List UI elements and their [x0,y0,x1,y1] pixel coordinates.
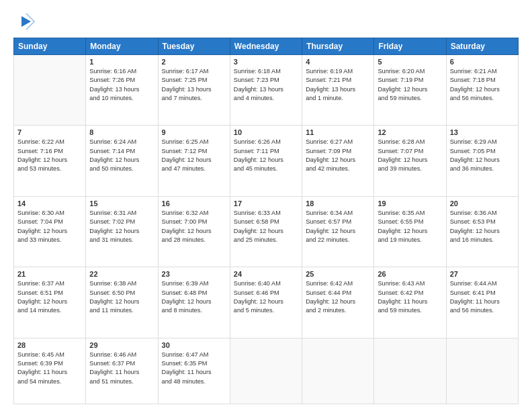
calendar-cell: 20Sunrise: 6:36 AMSunset: 6:53 PMDayligh… [446,196,518,267]
day-info: Sunrise: 6:22 AMSunset: 7:16 PMDaylight:… [17,138,82,173]
day-number: 26 [378,270,442,278]
day-info: Sunrise: 6:26 AMSunset: 7:11 PMDaylight:… [234,138,298,173]
day-info: Sunrise: 6:25 AMSunset: 7:12 PMDaylight:… [162,138,226,173]
day-number: 14 [17,199,82,208]
day-number: 12 [378,128,442,136]
header-cell-monday: Monday [86,38,158,55]
day-info: Sunrise: 6:21 AMSunset: 7:18 PMDaylight:… [450,67,515,103]
day-info: Sunrise: 6:31 AMSunset: 7:02 PMDaylight:… [89,209,154,244]
day-number: 16 [162,199,226,208]
day-info: Sunrise: 6:30 AMSunset: 7:04 PMDaylight:… [17,209,82,244]
day-info: Sunrise: 6:34 AMSunset: 6:57 PMDaylight:… [306,209,370,244]
calendar-cell: 24Sunrise: 6:40 AMSunset: 6:46 PMDayligh… [230,267,302,338]
logo [13,12,35,31]
day-info: Sunrise: 6:17 AMSunset: 7:25 PMDaylight:… [162,67,226,103]
calendar-cell: 15Sunrise: 6:31 AMSunset: 7:02 PMDayligh… [86,196,158,267]
day-info: Sunrise: 6:39 AMSunset: 6:48 PMDaylight:… [162,279,226,315]
calendar-cell [230,338,302,404]
day-number: 18 [306,199,370,208]
calendar-cell: 19Sunrise: 6:35 AMSunset: 6:55 PMDayligh… [374,196,446,267]
day-number: 4 [306,58,370,66]
calendar-header-row: SundayMondayTuesdayWednesdayThursdayFrid… [14,38,519,55]
day-number: 28 [17,341,82,349]
calendar-cell: 14Sunrise: 6:30 AMSunset: 7:04 PMDayligh… [14,196,86,267]
day-info: Sunrise: 6:43 AMSunset: 6:42 PMDaylight:… [378,279,442,315]
day-number: 17 [234,199,298,208]
day-info: Sunrise: 6:20 AMSunset: 7:19 PMDaylight:… [378,67,442,103]
day-number: 21 [17,270,82,278]
day-number: 5 [378,58,442,66]
svg-marker-0 [21,16,31,27]
day-info: Sunrise: 6:40 AMSunset: 6:46 PMDaylight:… [234,279,298,315]
day-info: Sunrise: 6:16 AMSunset: 7:26 PMDaylight:… [89,67,154,103]
day-number: 1 [89,58,154,66]
day-number: 29 [89,341,154,349]
calendar-week-row: 7Sunrise: 6:22 AMSunset: 7:16 PMDaylight… [14,126,519,196]
calendar-cell: 2Sunrise: 6:17 AMSunset: 7:25 PMDaylight… [158,55,230,126]
calendar-cell: 11Sunrise: 6:27 AMSunset: 7:09 PMDayligh… [302,126,374,196]
day-number: 22 [89,270,154,278]
day-info: Sunrise: 6:42 AMSunset: 6:44 PMDaylight:… [306,279,370,315]
day-info: Sunrise: 6:47 AMSunset: 6:35 PMDaylight:… [162,351,226,386]
day-number: 8 [89,128,154,136]
header [13,12,519,31]
day-info: Sunrise: 6:27 AMSunset: 7:09 PMDaylight:… [306,138,370,173]
logo-icon [16,12,35,31]
calendar-cell: 29Sunrise: 6:46 AMSunset: 6:37 PMDayligh… [86,338,158,404]
calendar-cell: 1Sunrise: 6:16 AMSunset: 7:26 PMDaylight… [86,55,158,126]
calendar-cell: 9Sunrise: 6:25 AMSunset: 7:12 PMDaylight… [158,126,230,196]
day-number: 24 [234,270,298,278]
header-cell-wednesday: Wednesday [230,38,302,55]
calendar-cell: 4Sunrise: 6:19 AMSunset: 7:21 PMDaylight… [302,55,374,126]
calendar-cell: 25Sunrise: 6:42 AMSunset: 6:44 PMDayligh… [302,267,374,338]
day-info: Sunrise: 6:35 AMSunset: 6:55 PMDaylight:… [378,209,442,244]
calendar-cell: 8Sunrise: 6:24 AMSunset: 7:14 PMDaylight… [86,126,158,196]
calendar-cell: 12Sunrise: 6:28 AMSunset: 7:07 PMDayligh… [374,126,446,196]
calendar-cell [302,338,374,404]
day-number: 13 [450,128,515,136]
day-info: Sunrise: 6:32 AMSunset: 7:00 PMDaylight:… [162,209,226,244]
day-info: Sunrise: 6:45 AMSunset: 6:39 PMDaylight:… [17,351,82,386]
day-number: 15 [89,199,154,208]
calendar-cell: 23Sunrise: 6:39 AMSunset: 6:48 PMDayligh… [158,267,230,338]
calendar-cell: 10Sunrise: 6:26 AMSunset: 7:11 PMDayligh… [230,126,302,196]
day-info: Sunrise: 6:24 AMSunset: 7:14 PMDaylight:… [89,138,154,173]
day-info: Sunrise: 6:28 AMSunset: 7:07 PMDaylight:… [378,138,442,173]
day-number: 2 [162,58,226,66]
day-number: 25 [306,270,370,278]
day-info: Sunrise: 6:33 AMSunset: 6:58 PMDaylight:… [234,209,298,244]
day-number: 11 [306,128,370,136]
calendar-cell: 3Sunrise: 6:18 AMSunset: 7:23 PMDaylight… [230,55,302,126]
calendar-table: SundayMondayTuesdayWednesdayThursdayFrid… [13,38,519,404]
day-info: Sunrise: 6:46 AMSunset: 6:37 PMDaylight:… [89,351,154,386]
calendar-cell: 17Sunrise: 6:33 AMSunset: 6:58 PMDayligh… [230,196,302,267]
calendar-cell: 16Sunrise: 6:32 AMSunset: 7:00 PMDayligh… [158,196,230,267]
header-cell-tuesday: Tuesday [158,38,230,55]
day-number: 9 [162,128,226,136]
calendar-cell: 5Sunrise: 6:20 AMSunset: 7:19 PMDaylight… [374,55,446,126]
day-info: Sunrise: 6:36 AMSunset: 6:53 PMDaylight:… [450,209,515,244]
calendar-cell: 30Sunrise: 6:47 AMSunset: 6:35 PMDayligh… [158,338,230,404]
day-info: Sunrise: 6:37 AMSunset: 6:51 PMDaylight:… [17,279,82,315]
day-info: Sunrise: 6:29 AMSunset: 7:05 PMDaylight:… [450,138,515,173]
calendar-week-row: 21Sunrise: 6:37 AMSunset: 6:51 PMDayligh… [14,267,519,338]
header-cell-saturday: Saturday [446,38,518,55]
header-cell-sunday: Sunday [14,38,86,55]
day-info: Sunrise: 6:44 AMSunset: 6:41 PMDaylight:… [450,279,515,315]
page: SundayMondayTuesdayWednesdayThursdayFrid… [0,0,532,411]
day-number: 23 [162,270,226,278]
calendar-week-row: 14Sunrise: 6:30 AMSunset: 7:04 PMDayligh… [14,196,519,267]
calendar-cell: 27Sunrise: 6:44 AMSunset: 6:41 PMDayligh… [446,267,518,338]
day-number: 20 [450,199,515,208]
day-number: 30 [162,341,226,349]
header-cell-friday: Friday [374,38,446,55]
day-number: 7 [17,128,82,136]
day-info: Sunrise: 6:19 AMSunset: 7:21 PMDaylight:… [306,67,370,103]
calendar-cell: 18Sunrise: 6:34 AMSunset: 6:57 PMDayligh… [302,196,374,267]
calendar-cell [374,338,446,404]
calendar-cell: 28Sunrise: 6:45 AMSunset: 6:39 PMDayligh… [14,338,86,404]
calendar-cell [446,338,518,404]
calendar-cell: 7Sunrise: 6:22 AMSunset: 7:16 PMDaylight… [14,126,86,196]
header-cell-thursday: Thursday [302,38,374,55]
day-number: 19 [378,199,442,208]
